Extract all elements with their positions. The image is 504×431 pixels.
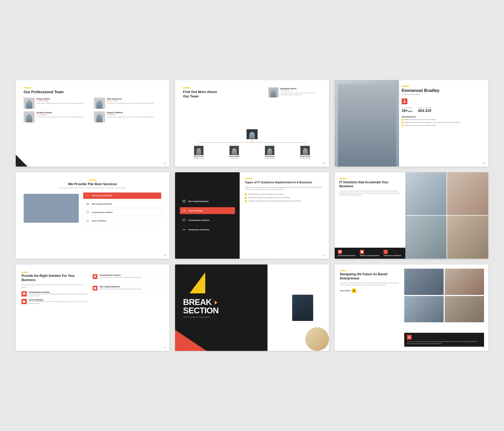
slide-13: Emmanuel Bradley Chief Executive Officer… — [335, 80, 488, 167]
break-content: BREAK SECTION Let's Time to take a ten m… — [183, 298, 218, 318]
card-desc-2: Lorem ipsum is simply dummy text of the … — [29, 301, 89, 304]
slide-14-title: We Provide The Best Services — [24, 182, 161, 186]
member-1-info: Finlay Jenkins General Manager Lorem Ips… — [36, 98, 84, 105]
org-photo-1 — [194, 146, 203, 155]
svg-rect-7 — [183, 200, 185, 202]
member-4-name: Grayson Stafford — [107, 111, 154, 114]
member-2-name: Ollie Henderson — [107, 98, 154, 100]
star-svg — [408, 336, 411, 339]
ceo-role: CEO / Founder — [281, 90, 321, 91]
bullet-p2 — [245, 197, 247, 199]
card-icon-1 — [22, 291, 27, 297]
org-name-1: Marley Powell — [194, 156, 203, 157]
svg-marker-18 — [353, 290, 355, 292]
black-corner-11 — [16, 155, 28, 167]
play-icon — [353, 290, 355, 292]
comm-icon-15 — [182, 218, 186, 222]
bullet-p3 — [245, 200, 247, 202]
member-3-photo — [24, 111, 35, 122]
person-role-13: Chief Executive Officer — [402, 94, 485, 95]
slide-13-content: Emmanuel Bradley Chief Executive Officer… — [402, 86, 485, 127]
org-role-1: HR Business Partner — [193, 158, 204, 159]
slide-16-title: IT Solutions that Accelerate Your Busine… — [339, 180, 401, 189]
rc-desc-1: Lorem ipsum is simply dummy text of the … — [99, 277, 143, 278]
img-block-2 — [447, 172, 488, 215]
slide-19-title: Navigating the Future As Based Enterpren… — [340, 272, 405, 281]
slide-15-title: Types of IT Solutions Implemented in A B… — [245, 180, 323, 184]
svg-point-0 — [87, 195, 88, 196]
slide-14-subtitle: Lorem ipsum is simply dummy text of the … — [24, 187, 161, 189]
card-info-2: Cloud Computing Lorem ipsum is simply du… — [29, 299, 89, 304]
org-name-4: Reuben Barrett — [300, 156, 311, 157]
member-4: Grayson Stafford OS Engineer Lorem Ipsum… — [94, 111, 162, 122]
read-more-block[interactable]: READ MORE — [340, 289, 405, 293]
member-4-info: Grayson Stafford OS Engineer Lorem Ipsum… — [107, 111, 154, 118]
org-top-photo — [246, 129, 258, 139]
point-text-3: IT solutions are important in business b… — [248, 200, 301, 202]
service-item-1[interactable]: Infrastructure & Networks — [83, 192, 161, 199]
person-photo-13 — [335, 80, 399, 167]
service-item-4[interactable]: Cloud Computing — [83, 217, 161, 224]
svc-name-infra: Infrastructure & Networks — [384, 255, 401, 257]
star-icon-19 — [407, 335, 412, 340]
svc-item-infra: Infrastructure & Networks — [384, 250, 401, 257]
member-2: Ollie Henderson Product Starter Lorem Ip… — [94, 98, 162, 109]
img-block-1 — [405, 172, 447, 215]
service-item-2[interactable]: Web & App Development — [83, 201, 161, 207]
slide-15-left: Web & App Development Cloud Computing Co… — [175, 172, 240, 259]
slide-number-11: 11 — [164, 162, 166, 164]
card-title-2: Cloud Computing — [29, 299, 89, 301]
slide-17-left: Provide the Right Solution For Your Busi… — [22, 272, 89, 307]
member-4-desc: Lorem Ipsum is simply dummy text of the … — [107, 116, 154, 118]
rc-title-2: Web & App Development — [99, 286, 143, 288]
svc-row-2: Cloud Computing — [180, 207, 235, 214]
svc-item-comm: Communication Solutions — [338, 250, 356, 257]
member-3-role: Cloud Engineer — [36, 114, 84, 115]
network-icon — [86, 194, 90, 198]
slide-12: Find Out More About Our Team Benjamin Ha… — [175, 80, 329, 167]
svc-row-3: Communication Solutions — [180, 217, 235, 224]
member-2-desc: Lorem Ipsum is simply dummy text of the … — [107, 102, 154, 105]
service-label-2: Web & App Development — [92, 203, 112, 205]
slide-number-18: 18 — [323, 346, 326, 349]
member-3-desc: Lorem Ipsum is simply dummy text of the … — [36, 116, 84, 118]
about-item-1: Develop, execute, and assess top busines… — [402, 119, 460, 121]
svg-point-2 — [88, 195, 89, 196]
about-cols-13: About Experience Develop, execute, and a… — [402, 116, 485, 127]
slide-19-left: Navigating the Future As Based Enterpren… — [340, 270, 405, 293]
web-icon-16 — [360, 250, 364, 254]
left-card-1: Communication Solutions Lorem ipsum is s… — [22, 291, 89, 297]
ceo-block: Benjamin Harris CEO / Founder Lorem Ipsu… — [269, 87, 321, 97]
svc-name-comm: Communication Solutions — [338, 255, 356, 257]
org-member-1: Marley Powell HR Business Partner — [193, 143, 204, 159]
red-triangle-18 — [175, 330, 207, 351]
svg-rect-14 — [361, 251, 363, 253]
member-1-role: General Manager — [36, 100, 84, 102]
slide-12-right: Benjamin Harris CEO / Founder Lorem Ipsu… — [269, 87, 321, 97]
slide-16: IT Solutions that Accelerate Your Busine… — [335, 172, 488, 259]
slide-17-title: Provide the Right Solution For Your Busi… — [22, 274, 89, 282]
accent-line-14 — [89, 180, 96, 180]
ceo-name: Benjamin Harris — [281, 87, 321, 90]
point-2: Very important solution for businesses t… — [245, 197, 323, 199]
slide-19: Navigating the Future As Based Enterpren… — [335, 264, 488, 351]
member-1-photo — [24, 98, 35, 109]
about-text-2: Making major corporate decisions, managi… — [404, 122, 460, 123]
accent-line-12 — [183, 87, 190, 88]
bullet-p1 — [245, 194, 247, 195]
svc-label-2: Cloud Computing — [188, 210, 203, 212]
org-member-2: Joshua Holland Data Analyst — [229, 143, 240, 159]
member-1: Finlay Jenkins General Manager Lorem Ips… — [24, 98, 91, 109]
svc-label-3: Communication Solutions — [188, 219, 209, 221]
service-label-1: Infrastructure & Networks — [92, 195, 113, 196]
play-button[interactable] — [352, 289, 356, 293]
service-item-3[interactable]: Communication Solutions — [83, 209, 161, 216]
accent-line-15 — [245, 178, 252, 179]
card-desc-1: Lorem ipsum is simply dummy text of the … — [29, 293, 89, 297]
point-1: Technical support is a service provided … — [245, 193, 323, 195]
slide-15-right: Types of IT Solutions Implemented in A B… — [240, 172, 329, 259]
service-label-4: Cloud Computing — [92, 220, 106, 222]
projects-label: Project Completed — [418, 107, 431, 108]
comm-icon — [86, 211, 90, 214]
stat-experience: Job Experience 18+years — [402, 107, 413, 113]
